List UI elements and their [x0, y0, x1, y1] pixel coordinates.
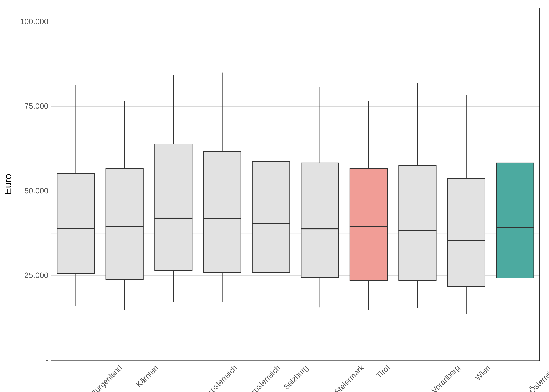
median-line: [447, 240, 485, 241]
median-line: [398, 230, 436, 231]
box-series-container: [51, 8, 539, 360]
iqr-box: [398, 165, 436, 281]
iqr-box: [57, 173, 95, 274]
x-tick-label: Tirol: [375, 363, 392, 380]
median-line: [106, 226, 143, 227]
x-tick-label: Kärnten: [134, 363, 160, 389]
whisker-lower: [124, 280, 125, 310]
whisker-lower: [417, 281, 418, 308]
x-tick-label: Burgenland: [89, 363, 124, 392]
x-tick-label: Vorarlberg: [430, 363, 462, 392]
median-line: [203, 218, 241, 219]
median-line: [496, 227, 534, 228]
y-tick-label: 100.000: [9, 17, 48, 26]
iqr-box: [350, 168, 387, 281]
whisker-lower: [75, 274, 76, 306]
whisker-lower: [466, 287, 466, 314]
x-tick-label: Steiermark: [332, 363, 366, 392]
whisker-upper: [466, 95, 466, 178]
iqr-box: [447, 178, 485, 287]
y-tick-label: 25.000: [9, 271, 48, 280]
whisker-upper: [417, 83, 418, 165]
x-tick-label: Salzburg: [282, 363, 310, 392]
median-line: [252, 223, 290, 224]
whisker-lower: [222, 273, 223, 302]
x-tick-label: Wien: [473, 363, 492, 382]
x-tick-label: Oberösterreich: [239, 363, 282, 392]
median-line: [350, 226, 387, 227]
whisker-upper: [124, 101, 125, 168]
iqr-box: [496, 162, 534, 278]
whisker-upper: [271, 79, 271, 161]
whisker-lower: [271, 273, 271, 300]
plot-area: [51, 8, 540, 361]
median-line: [301, 228, 339, 230]
y-tick-label: 50.000: [9, 186, 48, 195]
whisker-upper: [75, 85, 76, 173]
iqr-box: [252, 161, 290, 273]
whisker-lower: [515, 278, 515, 307]
iqr-box: [203, 151, 241, 273]
whisker-upper: [222, 72, 223, 151]
x-tick-label: Österreich: [527, 363, 549, 392]
whisker-upper: [515, 86, 515, 162]
whisker-upper: [319, 87, 320, 163]
whisker-lower: [319, 278, 320, 308]
iqr-box: [154, 144, 192, 271]
iqr-box: [301, 162, 339, 278]
whisker-upper: [173, 75, 174, 144]
whisker-lower: [368, 281, 369, 310]
y-tick-label: -: [9, 355, 48, 364]
boxplot-chart: Euro -25.00050.00075.000100.000 Burgenla…: [0, 0, 549, 392]
y-tick-label: 75.000: [9, 102, 48, 111]
iqr-box: [106, 168, 143, 280]
whisker-lower: [173, 271, 174, 302]
median-line: [57, 228, 95, 229]
median-line: [154, 217, 192, 219]
whisker-upper: [368, 101, 369, 168]
x-tick-label: Niederösterreich: [192, 363, 239, 392]
